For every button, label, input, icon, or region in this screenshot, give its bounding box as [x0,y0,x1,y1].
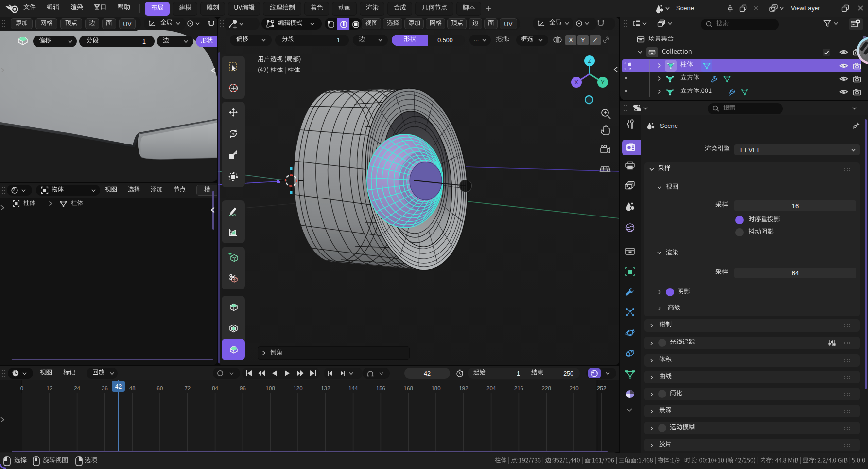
svg-text:X: X [574,79,578,85]
svg-text:Z: Z [588,58,591,64]
svg-text:Y: Y [601,79,605,85]
